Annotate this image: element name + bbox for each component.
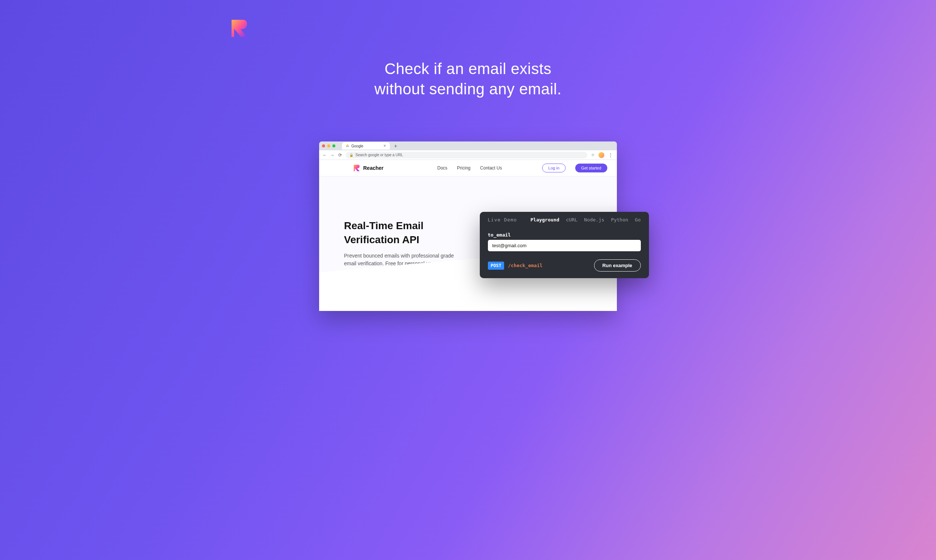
console-footer: POST /check_email Run example	[480, 253, 649, 278]
tab-playground[interactable]: Playground	[530, 217, 559, 223]
browser-tab-title: Google	[351, 144, 363, 148]
console-tabs: Playground cURL Node.js Python Go	[530, 217, 640, 223]
browser-toolbar: ← → ⟳ 🔒 Search google or type a URL ☆ ⋮	[319, 150, 617, 160]
window-controls	[322, 145, 336, 148]
lock-icon: 🔒	[349, 153, 353, 157]
profile-avatar-icon[interactable]	[599, 152, 604, 158]
window-minimize-icon[interactable]	[327, 145, 330, 148]
tab-close-icon[interactable]: ×	[383, 143, 386, 148]
get-started-button[interactable]: Get started	[575, 163, 607, 172]
address-placeholder: Search google or type a URL	[356, 153, 403, 157]
nav-links: Docs Pricing Contact Us	[437, 165, 502, 171]
nav-pricing[interactable]: Pricing	[457, 165, 471, 171]
nav-forward-icon[interactable]: →	[330, 152, 335, 158]
to-email-input[interactable]	[488, 240, 641, 251]
endpoint-path: /check_email	[508, 263, 542, 268]
login-button[interactable]: Log in	[542, 163, 566, 172]
http-method-badge: POST	[488, 262, 505, 270]
run-example-button[interactable]: Run example	[594, 259, 641, 272]
live-demo-console: Live Demo Playground cURL Node.js Python…	[480, 212, 649, 278]
window-close-icon[interactable]	[322, 145, 325, 148]
headline-line-2: without sending any email.	[209, 79, 727, 100]
console-title: Live Demo	[488, 217, 517, 223]
window-fullscreen-icon[interactable]	[333, 145, 336, 148]
nav-back-icon[interactable]: ←	[323, 152, 327, 158]
console-header: Live Demo Playground cURL Node.js Python…	[480, 212, 649, 228]
bookmark-star-icon[interactable]: ☆	[591, 152, 595, 157]
address-bar[interactable]: 🔒 Search google or type a URL	[346, 152, 587, 158]
browser-tab-strip: Google × +	[319, 142, 617, 150]
reload-icon[interactable]: ⟳	[338, 152, 342, 158]
tab-curl[interactable]: cURL	[566, 217, 577, 223]
headline-line-1: Check if an email exists	[209, 59, 727, 79]
site-header: Reacher Docs Pricing Contact Us Log in G…	[319, 160, 617, 177]
browser-tab[interactable]: Google ×	[342, 142, 390, 149]
browser-menu-icon[interactable]: ⋮	[608, 152, 613, 158]
tab-nodejs[interactable]: Node.js	[584, 217, 604, 223]
google-favicon-icon	[346, 144, 349, 148]
reacher-logo-small-icon	[352, 164, 360, 172]
console-body: to_email	[480, 228, 649, 253]
new-tab-button[interactable]: +	[393, 143, 399, 149]
reacher-logo-icon	[228, 18, 249, 39]
hero-headline: Check if an email exists without sending…	[209, 59, 727, 99]
to-email-label: to_email	[488, 232, 641, 238]
brand-name: Reacher	[363, 165, 383, 171]
nav-contact[interactable]: Contact Us	[480, 165, 502, 171]
brand[interactable]: Reacher	[352, 164, 383, 172]
nav-docs[interactable]: Docs	[437, 165, 447, 171]
tab-python[interactable]: Python	[611, 217, 628, 223]
tab-go[interactable]: Go	[635, 217, 641, 223]
